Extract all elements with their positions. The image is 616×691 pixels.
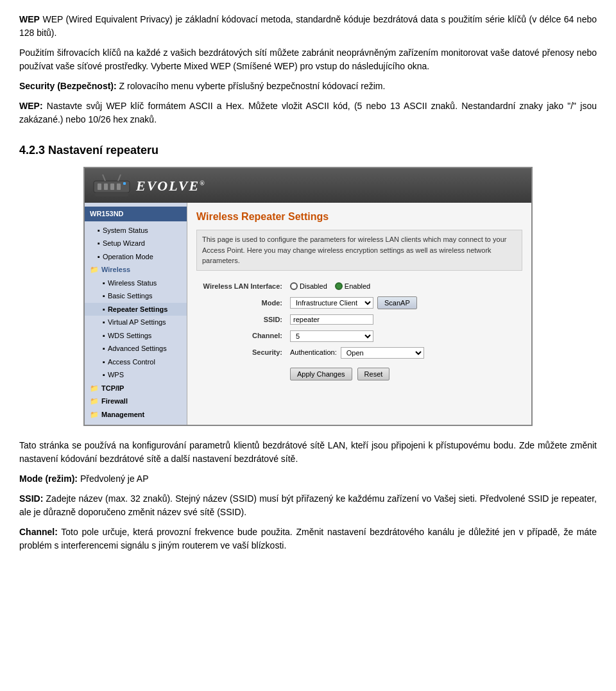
enabled-radio[interactable] [335,282,343,290]
disabled-radio[interactable] [290,282,298,290]
security-label: Security: [196,345,286,361]
sidebar-item-icon: ▪ [103,357,105,368]
sidebar-item-setup-wizard[interactable]: ▪ Setup Wizard [85,237,187,250]
sidebar-item-icon: ▪ [98,252,100,262]
router-screenshot: EVOLVE® WR153ND ▪ System Status ▪ Setup … [83,167,533,426]
channel-term: Channel: [19,527,58,537]
svg-rect-2 [104,183,108,190]
evolve-logo: EVOLVE® [136,175,206,196]
intro-para4: WEP: Nastavte svůj WEP klíč formátem ASC… [19,99,597,126]
sidebar-folder-wireless[interactable]: 📁 Wireless [85,263,187,277]
disabled-label: Disabled [300,281,327,292]
outro-para1: Tato stránka se používá na konfigurování… [19,439,597,466]
outro-channel-para: Channel: Toto pole určuje, která provozn… [19,525,597,552]
form-buttons: Apply Changes Reset [290,368,518,380]
sidebar-item-wds-settings[interactable]: ▪ WDS Settings [85,329,187,343]
mode-select[interactable]: Infrastructure Client [290,297,373,309]
sidebar-item-system-status[interactable]: ▪ System Status [85,224,187,237]
security-row: Security: Authentication: Open [196,345,522,361]
buttons-row: Apply Changes Reset [196,361,522,383]
sidebar-item-icon: ▪ [103,304,105,315]
outro-ssid-para: SSID: Zadejte název (max. 32 znaků). Ste… [19,492,597,519]
intro-para1: WEP WEP (Wired Equivalent Privacy) je zá… [19,13,597,40]
wep-term: WEP [19,14,40,24]
sidebar-item-advanced-settings[interactable]: ▪ Advanced Settings [85,342,187,355]
mode-label: Mode: [196,294,286,312]
sidebar-item-virtual-ap-settings[interactable]: ▪ Virtual AP Settings [85,316,187,329]
router-main-content: Wireless Repeater Settings This page is … [187,203,531,425]
outro-mode-para: Mode (režim): Předvolený je AP [19,472,597,486]
svg-line-7 [118,175,121,181]
security-term: Security (Bezpečnost): [19,81,117,91]
sidebar-item-icon: ▪ [103,317,105,328]
router-body: WR153ND ▪ System Status ▪ Setup Wizard ▪… [85,203,531,425]
channel-row: Channel: 5 [196,328,522,345]
outro-text: Tato stránka se používá na konfigurování… [19,439,597,552]
wlan-interface-input-cell: Disabled Enabled [286,278,522,294]
sidebar-item-icon: ▪ [103,370,105,380]
auth-label: Authentication: [290,347,337,358]
folder-closed-icon: 📁 [90,396,99,407]
ssid-input-cell [286,312,522,328]
svg-rect-1 [98,183,101,190]
settings-form: Wireless LAN Interface: Disabled Enabled [196,278,522,383]
sidebar-model-label: WR153ND [85,207,187,221]
enabled-option[interactable]: Enabled [335,281,370,292]
sidebar-item-icon: ▪ [98,238,100,249]
intro-para3: Security (Bezpečnost): Z rolovacího menu… [19,80,597,93]
sidebar-item-icon: ▪ [103,278,105,289]
ssid-label: SSID: [196,312,286,328]
svg-rect-4 [117,183,121,190]
sidebar-folder-firewall[interactable]: 📁 Firewall [85,395,187,408]
sidebar-item-wireless-status[interactable]: ▪ Wireless Status [85,277,187,290]
sidebar-item-icon: ▪ [98,225,100,236]
folder-open-icon: 📁 [90,264,99,275]
sidebar-item-operation-mode[interactable]: ▪ Operation Mode [85,250,187,264]
auth-select[interactable]: Open [341,347,424,359]
security-input-cell: Authentication: Open [286,345,522,361]
ssid-row: SSID: [196,312,522,328]
apply-changes-button[interactable]: Apply Changes [290,368,352,380]
folder-closed-icon: 📁 [90,383,99,394]
router-image-icon [92,173,131,198]
sidebar-item-icon: ▪ [103,330,105,341]
mode-input-cell: Infrastructure Client ScanAP [286,294,522,312]
disabled-option[interactable]: Disabled [290,281,327,292]
section-heading: 4.2.3 Nastavení repeateru [19,142,597,159]
sidebar-item-repeater-settings[interactable]: ▪ Repeater Settings [85,303,187,316]
wep-key-term: WEP: [19,101,43,111]
svg-rect-5 [123,182,126,185]
sidebar-item-icon: ▪ [103,291,105,302]
router-sidebar: WR153ND ▪ System Status ▪ Setup Wizard ▪… [85,203,187,425]
svg-line-6 [103,175,105,181]
page-title: Wireless Repeater Settings [196,209,522,225]
svg-rect-3 [110,183,114,190]
ssid-term: SSID: [19,493,43,504]
sidebar-item-wps[interactable]: ▪ WPS [85,368,187,382]
page-description: This page is used to configure the param… [196,230,522,271]
sidebar-item-basic-settings[interactable]: ▪ Basic Settings [85,289,187,303]
sidebar-folder-management[interactable]: 📁 Management [85,408,187,422]
intro-para2: Použitím šifrovacích klíčů na každé z va… [19,46,597,73]
router-header: EVOLVE® [85,168,531,203]
scan-ap-button[interactable]: ScanAP [377,296,417,309]
mode-term: Mode (režim): [19,473,78,484]
router-logo-area: EVOLVE® [92,173,206,198]
wlan-interface-row: Wireless LAN Interface: Disabled Enabled [196,278,522,294]
channel-label: Channel: [196,328,286,345]
wlan-radio-group: Disabled Enabled [290,281,518,292]
sidebar-item-access-control[interactable]: ▪ Access Control [85,355,187,369]
channel-input-cell: 5 [286,328,522,345]
sidebar-item-icon: ▪ [103,343,105,354]
folder-closed-icon: 📁 [90,409,99,420]
wlan-interface-label: Wireless LAN Interface: [196,278,286,294]
svg-rect-8 [95,192,128,196]
ssid-input[interactable] [290,314,373,325]
enabled-label: Enabled [345,281,370,292]
reset-button[interactable]: Reset [357,368,390,380]
channel-select[interactable]: 5 [290,330,373,342]
mode-row: Mode: Infrastructure Client ScanAP [196,294,522,312]
sidebar-folder-tcpip[interactable]: 📁 TCP/IP [85,382,187,395]
